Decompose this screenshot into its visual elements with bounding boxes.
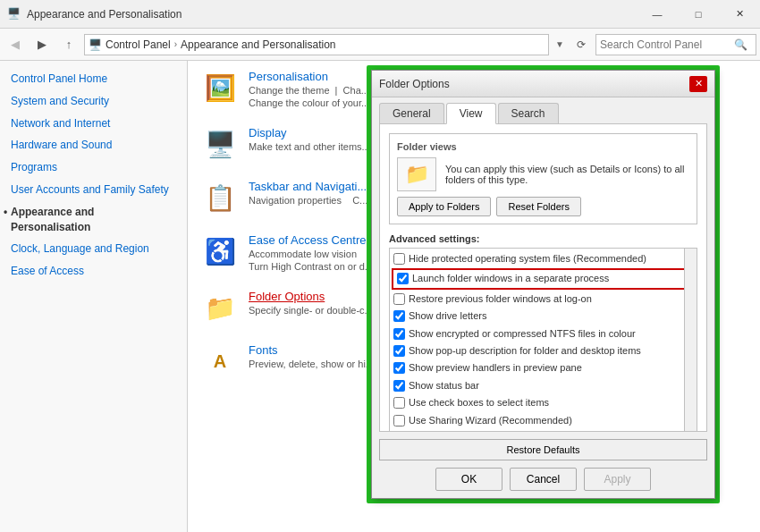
adv-item-label-0: Hide protected operating system files (R… (409, 252, 646, 266)
folder-views-desc: You can apply this view (such as Details… (445, 164, 689, 185)
sidebar-label: Hardware and Sound (11, 139, 112, 151)
sidebar-item-control-panel-home[interactable]: Control Panel Home (0, 68, 187, 90)
adv-checkbox-4[interactable] (393, 328, 405, 340)
window-title: Appearance and Personalisation (27, 8, 182, 21)
app-icon: 🖥️ (7, 7, 21, 21)
back-button[interactable]: ◀ (4, 33, 27, 56)
apply-button[interactable]: Apply (584, 468, 651, 491)
adv-item-3: Show drive letters (390, 308, 697, 325)
adv-item-label-1: Launch folder windows in a separate proc… (412, 272, 609, 285)
tab-search[interactable]: Search (498, 103, 559, 123)
refresh-button[interactable]: ⟳ (570, 34, 592, 55)
adv-item-4: Show encrypted or compressed NTFS files … (390, 325, 697, 342)
maximize-button[interactable]: □ (678, 0, 719, 29)
cancel-button[interactable]: Cancel (510, 468, 577, 491)
adv-item-label-6: Show preview handlers in preview pane (409, 361, 582, 375)
advanced-settings-list: Hide protected operating system files (R… (389, 248, 697, 432)
title-bar: 🖥️ Appearance and Personalisation — □ ✕ (0, 0, 760, 29)
sidebar-item-programs[interactable]: Programs (0, 156, 187, 179)
path-icon: 🖥️ (89, 38, 102, 51)
ok-button[interactable]: OK (435, 468, 502, 491)
sidebar-item-appearance[interactable]: Appearance and Personalisation (0, 201, 187, 239)
search-box: 🔍 (595, 34, 756, 55)
dialog-title: Folder Options (379, 78, 450, 90)
adv-item-label-8: Use check boxes to select items (409, 396, 549, 410)
sidebar-label: Control Panel Home (11, 72, 107, 85)
close-button[interactable]: ✕ (719, 0, 760, 29)
folder-views-content: 📁 You can apply this view (such as Detai… (397, 157, 689, 191)
sidebar-label: Ease of Access (11, 265, 84, 277)
sidebar-item-clock-language[interactable]: Clock, Language and Region (0, 238, 187, 260)
views-buttons: Apply to Folders Reset Folders (397, 197, 689, 216)
adv-item-9: Use Sharing Wizard (Recommended) (390, 412, 697, 429)
path-home: Control Panel (106, 38, 171, 51)
main-layout: Control Panel Home System and Security N… (0, 61, 760, 532)
adv-item-label-7: Show status bar (409, 379, 479, 393)
tab-general[interactable]: General (379, 103, 444, 123)
dialog-ok-cancel: OK Cancel Apply (379, 468, 707, 491)
sidebar-item-network-internet[interactable]: Network and Internet (0, 113, 187, 135)
up-button[interactable]: ↑ (57, 33, 80, 56)
tab-view[interactable]: View (446, 103, 496, 124)
adv-item-label-5: Show pop-up description for folder and d… (409, 344, 641, 358)
sidebar-item-hardware-sound[interactable]: Hardware and Sound (0, 134, 187, 156)
sidebar-item-ease-of-access[interactable]: Ease of Access (0, 260, 187, 283)
sidebar-label: System and Security (11, 95, 109, 107)
adv-item-6: Show preview handlers in preview pane (390, 359, 697, 376)
adv-item-1: Launch folder windows in a separate proc… (392, 268, 695, 289)
restore-defaults-button[interactable]: Restore Defaults (379, 439, 707, 460)
content-area: 🖼️ Personalisation Change the theme | Ch… (188, 61, 760, 532)
search-icon: 🔍 (734, 38, 747, 51)
path-current: Appearance and Personalisation (181, 38, 335, 51)
dialog-close-button[interactable]: ✕ (689, 76, 707, 92)
dialog-titlebar: Folder Options ✕ (372, 71, 714, 97)
address-path[interactable]: 🖥️ Control Panel › Appearance and Person… (84, 34, 549, 55)
forward-button[interactable]: ▶ (30, 33, 54, 56)
adv-item-5: Show pop-up description for folder and d… (390, 342, 697, 359)
sidebar-label: User Accounts and Family Safety (11, 183, 169, 196)
sidebar: Control Panel Home System and Security N… (0, 61, 188, 532)
adv-item-8: Use check boxes to select items (390, 394, 697, 411)
dialog-tabs: General View Search (372, 97, 714, 123)
adv-checkbox-3[interactable] (393, 310, 405, 322)
dialog-overlay: Folder Options ✕ General View Search Fol… (188, 61, 760, 532)
window-controls: — □ ✕ (637, 0, 760, 29)
sidebar-label: Appearance and Personalisation (11, 206, 94, 233)
adv-checkbox-1[interactable] (397, 273, 409, 284)
folder-views-label: Folder views (397, 141, 689, 152)
advanced-settings-label: Advanced settings: (389, 233, 697, 244)
adv-checkbox-0[interactable] (393, 253, 405, 265)
dialog-footer: Restore Defaults OK Cancel Apply (372, 432, 714, 498)
adv-item-label-3: Show drive letters (409, 309, 486, 323)
adv-checkbox-5[interactable] (393, 345, 405, 357)
adv-checkbox-6[interactable] (393, 362, 405, 374)
apply-to-folders-button[interactable]: Apply to Folders (397, 197, 491, 216)
address-dropdown[interactable]: ▼ (553, 34, 567, 55)
list-scrollbar[interactable] (684, 249, 697, 432)
search-input[interactable] (600, 38, 734, 51)
sidebar-item-user-accounts[interactable]: User Accounts and Family Safety (0, 179, 187, 201)
path-separator: › (174, 39, 177, 49)
adv-item-2: Restore previous folder windows at log-o… (390, 291, 697, 308)
dialog-content: Folder views 📁 You can apply this view (… (379, 123, 707, 432)
folder-options-dialog: Folder Options ✕ General View Search Fol… (371, 70, 715, 499)
adv-checkbox-8[interactable] (393, 397, 405, 409)
adv-item-label-2: Restore previous folder windows at log-o… (409, 292, 592, 306)
sidebar-label: Network and Internet (11, 117, 110, 130)
sidebar-item-system-security[interactable]: System and Security (0, 90, 187, 113)
adv-checkbox-7[interactable] (393, 380, 405, 392)
adv-item-7: Show status bar (390, 377, 697, 394)
minimize-button[interactable]: — (637, 0, 678, 29)
folder-views-section: Folder views 📁 You can apply this view (… (389, 133, 697, 224)
adv-item-0: Hide protected operating system files (R… (390, 250, 697, 267)
address-bar: ◀ ▶ ↑ 🖥️ Control Panel › Appearance and … (0, 29, 760, 61)
reset-folders-button[interactable]: Reset Folders (496, 197, 580, 216)
sidebar-label: Clock, Language and Region (11, 242, 149, 255)
adv-item-label-4: Show encrypted or compressed NTFS files … (409, 327, 636, 341)
adv-checkbox-9[interactable] (393, 415, 405, 426)
sidebar-label: Programs (11, 161, 57, 173)
adv-checkbox-2[interactable] (393, 293, 405, 305)
adv-item-label-9: Use Sharing Wizard (Recommended) (409, 414, 572, 427)
folder-views-icon: 📁 (397, 157, 436, 191)
